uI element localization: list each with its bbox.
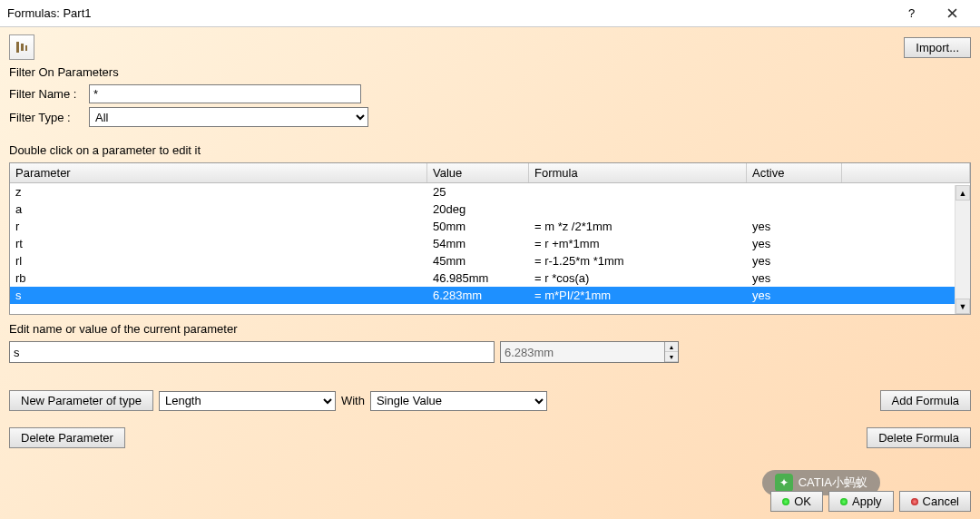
close-icon (947, 8, 957, 18)
cell-active: yes (747, 269, 842, 287)
filter-name-input[interactable] (89, 84, 361, 103)
spin-down-icon[interactable]: ▼ (665, 352, 678, 362)
cell-formula (529, 201, 747, 218)
table-row[interactable]: a20deg (10, 201, 970, 218)
title-bar: Formulas: Part1 ? (0, 0, 980, 27)
cell-param: s (10, 287, 427, 304)
cell-value: 45mm (427, 252, 529, 269)
spin-up-icon[interactable]: ▲ (665, 342, 678, 352)
with-label: With (341, 394, 365, 407)
col-header-parameter[interactable]: Parameter (10, 163, 427, 182)
table-row[interactable]: r50mm= m *z /2*1mmyes (10, 218, 970, 235)
filter-type-label: Filter Type : (9, 111, 89, 124)
scroll-up-icon[interactable]: ▲ (956, 185, 970, 201)
col-header-formula[interactable]: Formula (529, 163, 747, 182)
cell-value: 46.985mm (427, 269, 529, 287)
filter-icon-button[interactable] (9, 34, 34, 60)
cell-active: yes (747, 287, 842, 304)
svg-rect-1 (21, 44, 24, 51)
cell-value: 6.283mm (427, 287, 529, 304)
cell-formula: = r +m*1mm (529, 235, 747, 252)
table-row[interactable]: rt54mm= r +m*1mmyes (10, 235, 970, 252)
edit-label: Edit name or value of the current parame… (9, 322, 971, 336)
led-green-icon (782, 498, 789, 505)
cell-value: 54mm (427, 235, 529, 252)
filter-icon (15, 40, 29, 54)
led-green-icon (840, 498, 848, 505)
col-header-spacer (842, 163, 970, 182)
edit-name-input[interactable] (9, 341, 495, 363)
svg-rect-2 (25, 45, 27, 51)
cell-param: rl (10, 252, 427, 269)
cell-value: 25 (427, 183, 529, 201)
cell-active: yes (747, 252, 842, 269)
cell-active (747, 201, 842, 218)
cancel-button[interactable]: Cancel (899, 491, 971, 512)
scroll-down-icon[interactable]: ▼ (956, 299, 970, 314)
table-row[interactable]: z25 (10, 183, 970, 201)
cell-formula: = m*PI/2*1mm (529, 287, 747, 304)
col-header-active[interactable]: Active (747, 163, 842, 182)
led-red-icon (911, 498, 918, 505)
cell-active: yes (747, 218, 842, 235)
new-param-valuetype-select[interactable]: Single Value (370, 391, 547, 411)
cell-param: a (10, 201, 427, 218)
edit-value-input[interactable] (501, 342, 664, 362)
cell-value: 50mm (427, 218, 529, 235)
delete-formula-button[interactable]: Delete Formula (867, 427, 971, 448)
edit-value-spinner[interactable]: ▲ ▼ (500, 341, 679, 363)
new-param-type-select[interactable]: Length (159, 391, 336, 411)
table-row[interactable]: rl45mm= r-1.25*m *1mmyes (10, 252, 970, 269)
filter-group-label: Filter On Parameters (9, 65, 971, 79)
apply-button[interactable]: Apply (828, 491, 894, 512)
cell-active: yes (747, 235, 842, 252)
parameter-table: Parameter Value Formula Active z25a20deg… (9, 162, 971, 315)
cell-active (747, 183, 842, 201)
help-button[interactable]: ? (891, 1, 932, 26)
cell-param: rt (10, 235, 427, 252)
ok-button[interactable]: OK (770, 491, 823, 512)
cell-param: rb (10, 269, 427, 287)
table-row[interactable]: rb46.985mm= r *cos(a)yes (10, 269, 970, 287)
new-parameter-button[interactable]: New Parameter of type (9, 390, 153, 411)
cell-formula: = r *cos(a) (529, 269, 747, 287)
table-body: z25a20degr50mm= m *z /2*1mmyesrt54mm= r … (10, 183, 970, 304)
dialog-button-bar: OK Apply Cancel (770, 491, 971, 512)
cell-formula (529, 183, 747, 201)
vertical-scrollbar[interactable]: ▲ ▼ (955, 185, 970, 314)
delete-parameter-button[interactable]: Delete Parameter (9, 427, 125, 448)
filter-type-select[interactable]: All (89, 107, 368, 127)
svg-rect-0 (16, 42, 19, 53)
cell-value: 20deg (427, 201, 529, 218)
filter-name-label: Filter Name : (9, 87, 89, 101)
table-hint: Double click on a parameter to edit it (9, 143, 971, 157)
window-title: Formulas: Part1 (7, 6, 891, 20)
table-header-row: Parameter Value Formula Active (10, 163, 970, 183)
cell-formula: = r-1.25*m *1mm (529, 252, 747, 269)
cell-param: r (10, 218, 427, 235)
cell-formula: = m *z /2*1mm (529, 218, 747, 235)
table-row[interactable]: s6.283mm= m*PI/2*1mmyes (10, 287, 970, 304)
col-header-value[interactable]: Value (427, 163, 529, 182)
close-button[interactable] (932, 1, 973, 26)
import-button[interactable]: Import... (904, 37, 971, 58)
cell-param: z (10, 183, 427, 201)
wechat-icon: ✦ (775, 474, 793, 492)
add-formula-button[interactable]: Add Formula (880, 390, 971, 411)
